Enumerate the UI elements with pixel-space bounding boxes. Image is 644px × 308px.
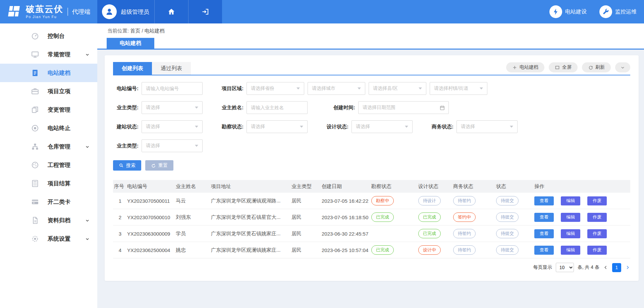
sidebar-item-engineering-mgmt[interactable]: 工程管理	[0, 156, 97, 174]
settings-icon	[31, 235, 39, 243]
status-badge: 待提交	[496, 229, 519, 238]
sidebar-item-label: 项目结算	[48, 180, 70, 187]
nav-station-build[interactable]: 电站建设	[549, 5, 587, 18]
chevron-down-icon	[85, 144, 90, 149]
edit-button[interactable]: 编辑	[561, 246, 580, 255]
caret-down-icon	[480, 87, 483, 89]
sidebar-item-console[interactable]: 控制台	[0, 27, 97, 45]
created-date: 2023-07-05 16:42:22	[322, 198, 371, 204]
copy-icon	[31, 106, 39, 114]
logout-button[interactable]	[189, 0, 222, 23]
search-icon	[119, 163, 124, 168]
page-tab-station-filing[interactable]: 电站建档	[107, 38, 154, 49]
owner-type2-select[interactable]: 请选择	[142, 139, 203, 152]
void-button[interactable]: 作废	[587, 246, 607, 255]
caret-down-icon	[358, 87, 361, 89]
void-button[interactable]: 作废	[587, 196, 607, 205]
city-select[interactable]: 请选择城市	[308, 82, 365, 95]
build-status-select[interactable]: 请选择	[142, 120, 203, 133]
page-number-1[interactable]: 1	[612, 263, 621, 272]
sidebar-item-change-mgmt[interactable]: 变更管理	[0, 101, 97, 119]
nav-monitor-ops[interactable]: 监控运维	[599, 5, 637, 18]
sidebar-item-open-card[interactable]: 开二类卡	[0, 193, 97, 211]
sidebar-item-label: 电站建档	[48, 69, 70, 77]
station-code-input[interactable]	[142, 82, 203, 95]
nav-monitor-ops-label: 监控运维	[615, 8, 637, 15]
toolbar-buttons: 电站建档 全屏 刷新	[506, 62, 630, 72]
edit-button[interactable]: 编辑	[561, 196, 580, 205]
owner-name: 马云	[176, 198, 211, 204]
logout-icon	[201, 8, 209, 16]
town-select[interactable]: 请选择村镇/街道	[430, 82, 487, 95]
tab-passed-list[interactable]: 通过列表	[152, 62, 191, 75]
chevron-left-icon	[603, 265, 608, 270]
list-tabs-row: 创建列表 通过列表 电站建档 全屏	[113, 62, 630, 75]
brand-subtitle: Po Jian Yun Fu	[26, 15, 63, 19]
status-badge: 待提交	[496, 245, 519, 255]
view-button[interactable]: 查看	[534, 229, 554, 238]
design-status-select[interactable]: 请选择	[352, 120, 413, 133]
void-button[interactable]: 作废	[587, 213, 607, 222]
per-page-select[interactable]: 10	[556, 263, 574, 272]
refresh-button[interactable]: 刷新	[582, 62, 611, 72]
breadcrumb: 当前位置: 首页 / 电站建档	[97, 23, 644, 38]
create-station-button[interactable]: 电站建档	[506, 62, 544, 72]
home-icon	[167, 8, 175, 16]
sidebar-item-project-initiation[interactable]: 项目立项	[0, 82, 97, 101]
county-select[interactable]: 请选择县/区	[369, 82, 426, 95]
sidebar-item-station-termination[interactable]: 电站终止	[0, 119, 97, 137]
caret-down-icon	[297, 87, 300, 89]
station-code-label: 电站编号:	[113, 85, 139, 92]
table-header: 序号 电站编号 业主姓名 项目地址 业主类型 创建日期 勘察状态 设计状态 商务…	[113, 180, 630, 193]
main-area: 当前位置: 首页 / 电站建档 电站建档 创建列表 通过列表 电站建档	[97, 23, 644, 308]
fullscreen-icon	[555, 65, 560, 70]
sidebar-item-warehouse-mgmt[interactable]: 仓库管理	[0, 137, 97, 156]
survey-status-badge: 勘察中	[371, 196, 394, 205]
view-button[interactable]: 查看	[534, 213, 554, 222]
edit-button[interactable]: 编辑	[561, 229, 580, 238]
tab-create-list[interactable]: 创建列表	[113, 62, 152, 75]
view-button[interactable]: 查看	[534, 246, 554, 255]
prev-page-button[interactable]	[603, 265, 608, 270]
design-status-badge: 已完成	[418, 229, 441, 238]
project-address: 广东深圳龙华区观澜镇姚家庄...	[211, 247, 291, 253]
project-address: 广东深圳龙华区黄石镇星官大...	[211, 214, 291, 221]
reset-button[interactable]: 重置	[145, 160, 173, 171]
calendar-icon	[439, 105, 445, 111]
sidebar-item-station-filing[interactable]: 电站建档	[0, 64, 97, 82]
design-status-badge: 待设计	[418, 196, 441, 205]
dashboard-icon	[31, 32, 39, 40]
void-button[interactable]: 作废	[587, 229, 607, 238]
user-menu[interactable]: 超级管理员	[97, 4, 154, 19]
create-time-label: 创建时间:	[330, 105, 355, 111]
nav-station-build-label: 电站建设	[565, 8, 587, 15]
stop-circle-icon	[31, 124, 39, 132]
station-code: YX2023063000009	[127, 231, 176, 237]
search-button[interactable]: 搜索	[113, 160, 141, 171]
caret-down-icon	[195, 107, 198, 109]
sidebar-item-system-settings[interactable]: 系统设置	[0, 230, 97, 248]
business-status-select[interactable]: 请选择	[457, 120, 518, 133]
fullscreen-button[interactable]: 全屏	[549, 62, 578, 72]
user-name: 超级管理员	[121, 8, 149, 16]
collapse-button[interactable]	[615, 62, 630, 72]
province-select[interactable]: 请选择省份	[247, 82, 304, 95]
next-page-button[interactable]	[625, 265, 630, 270]
date-range-picker[interactable]: 请选择日期范围	[358, 101, 449, 114]
breadcrumb-home[interactable]: 首页	[130, 28, 140, 34]
sidebar-item-data-archive[interactable]: 资料归档	[0, 211, 97, 230]
owner-type: 居民	[291, 247, 322, 253]
sidebar-item-project-settlement[interactable]: 项目结算	[0, 174, 97, 193]
sidebar-item-label: 常规管理	[48, 51, 70, 58]
owner-name: 姚忠	[176, 247, 211, 253]
owner-name-input[interactable]	[247, 101, 308, 114]
caret-down-icon	[419, 87, 422, 89]
sitemap-icon	[31, 142, 39, 151]
sidebar-item-general-mgmt[interactable]: 常规管理	[0, 45, 97, 64]
edit-button[interactable]: 编辑	[561, 213, 580, 222]
home-button[interactable]	[155, 0, 188, 23]
owner-type-select[interactable]: 请选择	[142, 101, 203, 114]
business-status-label: 商务状态:	[428, 124, 453, 130]
view-button[interactable]: 查看	[534, 196, 554, 205]
survey-status-select[interactable]: 请选择	[247, 120, 308, 133]
